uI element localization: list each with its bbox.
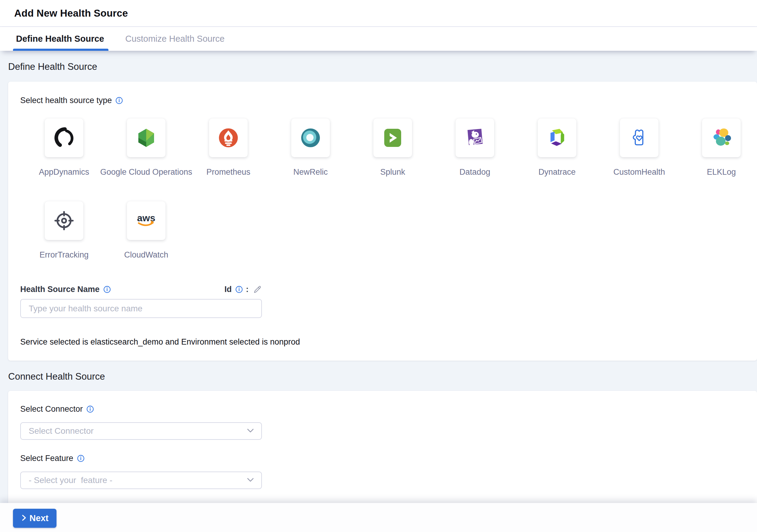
datadog-icon xyxy=(456,118,494,157)
health-source-tile-dynatrace[interactable]: Dynatrace xyxy=(538,118,576,176)
id-separator: : xyxy=(246,285,249,294)
health-source-tile-elklog[interactable]: ELKLog xyxy=(702,118,741,176)
dialog-body: Define Health Source Select health sourc… xyxy=(0,61,757,505)
elklog-icon xyxy=(702,118,741,157)
feature-select[interactable]: - Select your feature - xyxy=(20,472,262,489)
tab-customize-health-source[interactable]: Customize Health Source xyxy=(119,27,231,51)
info-icon[interactable] xyxy=(77,454,85,462)
connect-section-heading: Connect Health Source xyxy=(8,371,757,382)
edit-id-button[interactable] xyxy=(253,285,262,294)
feature-select-placeholder: - Select your feature - xyxy=(29,476,112,485)
define-health-source-card: Select health source type AppDynamicsGoo… xyxy=(8,81,757,360)
info-icon[interactable] xyxy=(86,405,94,413)
health-source-name-input[interactable] xyxy=(20,299,262,318)
tab-label: Customize Health Source xyxy=(125,34,225,44)
health-source-tile-label: Dynatrace xyxy=(538,168,576,176)
health-source-tile-google-cloud-operations[interactable]: Google Cloud Operations xyxy=(127,118,166,176)
health-source-tile-label: ErrorTracking xyxy=(45,250,83,259)
health-source-tile-errortracking[interactable]: ErrorTracking xyxy=(45,201,83,259)
footer-bar: Next xyxy=(0,503,757,532)
appdynamics-icon xyxy=(45,118,83,157)
health-source-tile-datadog[interactable]: Datadog xyxy=(456,118,494,176)
health-source-tile-label: NewRelic xyxy=(291,168,330,176)
tab-bar: Define Health Source Customize Health So… xyxy=(0,27,757,51)
health-source-tile-label: Splunk xyxy=(373,168,412,176)
identifier-group: Id : xyxy=(225,285,262,294)
chevron-down-icon xyxy=(247,428,254,434)
id-label: Id xyxy=(225,285,232,294)
select-connector-label: Select Connector xyxy=(20,404,83,414)
next-button-label: Next xyxy=(30,513,49,523)
connect-health-source-card: Select Connector Select Connector Select… xyxy=(8,391,757,505)
health-source-type-grid: AppDynamicsGoogle Cloud OperationsPromet… xyxy=(45,118,745,259)
select-feature-label: Select Feature xyxy=(20,454,74,463)
health-source-tile-label: AppDynamics xyxy=(45,168,83,176)
errortracking-icon xyxy=(45,201,83,240)
health-source-tile-appdynamics[interactable]: AppDynamics xyxy=(45,118,83,176)
health-source-tile-newrelic[interactable]: NewRelic xyxy=(291,118,330,176)
newrelic-icon xyxy=(291,118,330,157)
health-source-name-label: Health Source Name xyxy=(20,285,100,294)
google-cloud-operations-icon xyxy=(127,118,166,157)
tab-label: Define Health Source xyxy=(16,34,104,44)
add-health-source-dialog: Add New Health Source Define Health Sour… xyxy=(0,0,757,532)
chevron-down-icon xyxy=(247,478,254,483)
dynatrace-icon xyxy=(538,118,576,157)
define-section-heading: Define Health Source xyxy=(8,61,757,73)
select-type-label: Select health source type xyxy=(20,96,112,105)
cloudwatch-icon: aws xyxy=(127,201,166,240)
dialog-header: Add New Health Source xyxy=(0,0,757,27)
health-source-tile-customhealth[interactable]: CustomHealth xyxy=(620,118,658,176)
connector-select[interactable]: Select Connector xyxy=(20,422,262,440)
health-source-tile-prometheus[interactable]: Prometheus xyxy=(209,118,248,176)
health-source-tile-cloudwatch[interactable]: awsCloudWatch xyxy=(127,201,166,259)
tab-define-health-source[interactable]: Define Health Source xyxy=(10,27,110,51)
page-title: Add New Health Source xyxy=(14,8,128,19)
health-source-tile-label: ELKLog xyxy=(702,168,741,176)
customhealth-icon xyxy=(620,118,658,157)
info-icon[interactable] xyxy=(115,97,123,104)
connector-select-placeholder: Select Connector xyxy=(29,426,94,436)
health-source-tile-splunk[interactable]: Splunk xyxy=(373,118,412,176)
info-icon[interactable] xyxy=(235,286,243,293)
service-environment-note: Service selected is elasticsearch_demo a… xyxy=(20,337,745,347)
next-button[interactable]: Next xyxy=(13,509,56,528)
health-source-tile-label: CustomHealth xyxy=(620,168,658,176)
chevron-right-icon xyxy=(21,513,27,523)
prometheus-icon xyxy=(209,118,248,157)
health-source-tile-label: Datadog xyxy=(456,168,494,176)
info-icon[interactable] xyxy=(103,286,111,293)
health-source-tile-label: Google Cloud Operations xyxy=(127,168,166,176)
health-source-tile-label: Prometheus xyxy=(209,168,248,176)
health-source-tile-label: CloudWatch xyxy=(127,250,166,259)
splunk-icon xyxy=(373,118,412,157)
